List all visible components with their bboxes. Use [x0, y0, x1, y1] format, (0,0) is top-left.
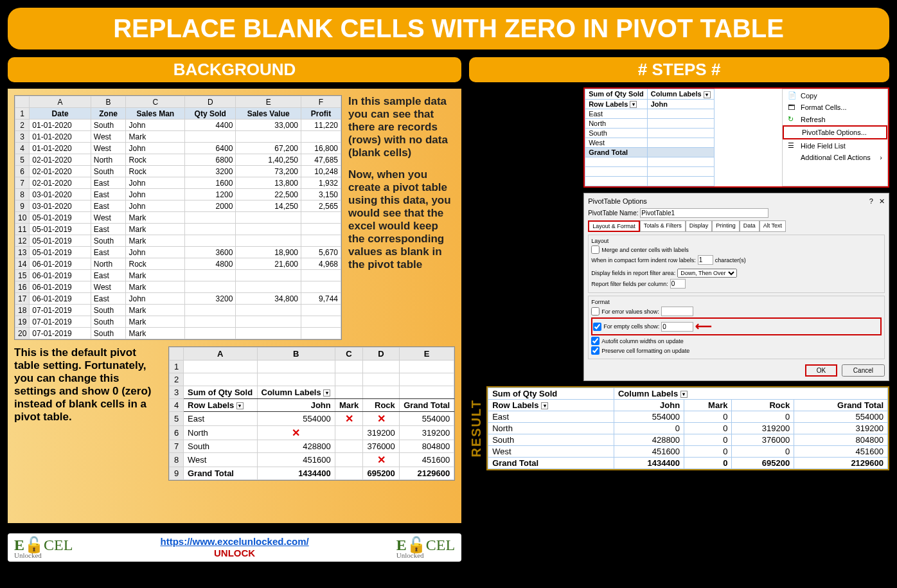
background-heading: BACKGROUND [8, 57, 461, 82]
menu-format-cells[interactable]: 🗔Format Cells... [783, 102, 887, 113]
pivottable-name-input[interactable] [640, 208, 768, 218]
menu-hide-field-list[interactable]: ☰Hide Field List [783, 139, 887, 152]
website-link[interactable]: https://www.excelunlocked.com/ [160, 536, 308, 547]
step1-text: #1 Right Click anywhere on the Pivot Tab… [469, 87, 578, 188]
merge-checkbox[interactable] [591, 245, 599, 254]
footer: E🔓CEL Unlocked https://www.excelunlocked… [8, 533, 461, 562]
error-values-input[interactable] [661, 307, 693, 316]
dialog-tab[interactable]: Data [740, 220, 759, 232]
empty-cells-input[interactable] [661, 322, 693, 332]
red-arrow-icon: ⟵ [695, 319, 712, 334]
preserve-checkbox[interactable] [591, 346, 599, 355]
result-label: RESULT [469, 399, 484, 458]
indent-input[interactable] [698, 255, 713, 265]
ok-button[interactable]: OK [805, 364, 837, 377]
dialog-tab[interactable]: Printing [712, 220, 740, 232]
dialog-tab[interactable]: Totals & Filters [640, 220, 686, 232]
pivottable-options-dialog: PivotTable Options? ✕ PivotTable Name: L… [583, 193, 889, 381]
result-pivot-table: Sum of Qty SoldColumn Labels ▾Row Labels… [486, 386, 889, 470]
empty-cells-checkbox[interactable] [593, 323, 601, 331]
unlock-label: UNLOCK [214, 548, 255, 558]
background-description: In this sample data you can see that the… [348, 95, 455, 340]
autofit-checkbox[interactable] [591, 337, 599, 345]
default-pivot-table: ABCDE123Sum of Qty SoldColumn Labels ▾4R… [168, 346, 455, 481]
menu-refresh[interactable]: ↻Refresh [783, 113, 887, 125]
error-values-checkbox[interactable] [591, 307, 599, 316]
step2-text: #1 In the Pivot Table Options dialog box… [469, 193, 578, 381]
report-filter-input[interactable] [670, 279, 686, 289]
steps-heading: # STEPS # [469, 57, 889, 82]
background-panel: ABCDEF1DateZoneSales ManQty SoldSales Va… [8, 89, 461, 523]
bottom-note: This is the default pivot table setting.… [14, 346, 162, 423]
context-menu-screenshot: Sum of Qty SoldColumn Labels ▾Row Labels… [583, 87, 889, 188]
context-menu: 📄Copy 🗔Format Cells... ↻Refresh PivotTab… [782, 89, 888, 186]
dialog-tab[interactable]: Display [686, 220, 713, 232]
display-fields-select[interactable]: Down, Then Over [677, 269, 737, 278]
menu-pivottable-options[interactable]: PivotTable Options... [783, 125, 887, 139]
logo-right: E🔓CEL Unlocked [396, 536, 455, 559]
cancel-button[interactable]: Cancel [842, 364, 885, 377]
dialog-tab[interactable]: Alt Text [759, 220, 786, 232]
dialog-tab[interactable]: Layout & Format [588, 220, 640, 232]
menu-additional-actions[interactable]: Additional Cell Actions› [783, 152, 887, 163]
page-title: REPLACE BLANK CELLS WITH ZERO IN PIVOT T… [8, 8, 889, 49]
menu-copy[interactable]: 📄Copy [783, 89, 887, 102]
source-data-table: ABCDEF1DateZoneSales ManQty SoldSales Va… [14, 95, 342, 340]
logo-left: E🔓CEL Unlocked [14, 536, 73, 559]
